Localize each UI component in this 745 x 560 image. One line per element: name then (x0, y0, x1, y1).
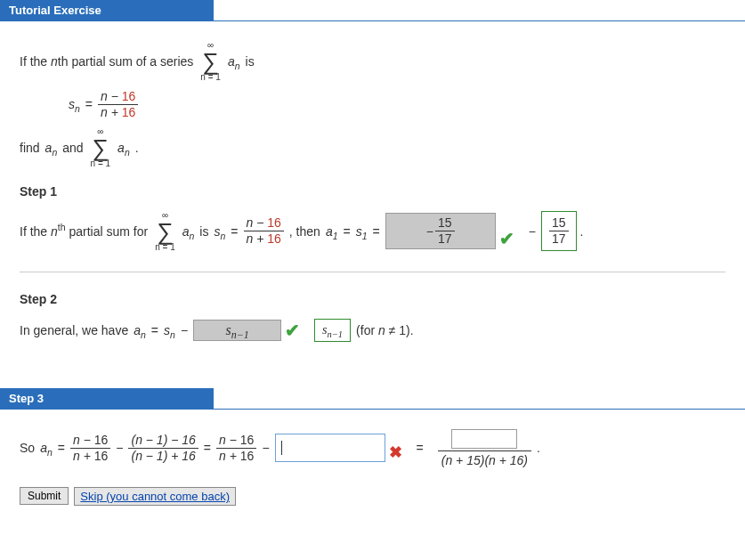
step1-answer-box[interactable]: − 15 17 (385, 213, 496, 249)
intro-is: is (246, 54, 255, 69)
divider (20, 272, 725, 272)
sigma-icon-find: ∞ ∑ n = 1 (91, 127, 111, 168)
sum-term: an (228, 54, 240, 69)
sn-definition: sn = n − 16 n + 16 (69, 89, 725, 120)
intro-text: If the nth partial sum of a series (20, 54, 193, 69)
step1-correct-box: 15 17 (541, 211, 577, 251)
step3-content: So an = n − 16 n + 16 − (n − 1) − 16 (n … (20, 429, 725, 467)
step3-input-2[interactable] (451, 429, 517, 449)
step3-header: Step 3 (0, 388, 214, 409)
text-cursor-icon (281, 441, 282, 455)
find-line: find an and ∞ ∑ n = 1 an. (20, 127, 725, 168)
step2-heading: Step 2 (20, 292, 725, 306)
sigma-icon-intro: ∞ ∑ n = 1 (200, 41, 221, 82)
submit-button[interactable]: Submit (20, 487, 69, 505)
checkmark-icon: ✔ (499, 228, 514, 249)
step3-input-1[interactable] (275, 434, 385, 462)
step1-content: If the nth partial sum for ∞ ∑ n = 1 an … (20, 211, 725, 252)
sigma-icon-step1: ∞ ∑ n = 1 (155, 211, 175, 252)
step1-heading: Step 1 (20, 184, 725, 199)
step2-content: In general, we have an = sn − sn−1 ✔ sn−… (20, 319, 725, 342)
checkmark-icon: ✔ (285, 320, 300, 341)
tutorial-header: Tutorial Exercise (0, 0, 214, 20)
step3-final-fraction: (n + 15)(n + 16) (438, 429, 531, 467)
step2-answer-box[interactable]: sn−1 (193, 320, 281, 341)
skip-link[interactable]: Skip (you cannot come back) (74, 487, 236, 506)
step2-correct-box: sn−1 (314, 319, 351, 342)
intro-line-1: If the nth partial sum of a series ∞ ∑ n… (20, 41, 725, 82)
cross-icon: ✖ (389, 442, 402, 462)
